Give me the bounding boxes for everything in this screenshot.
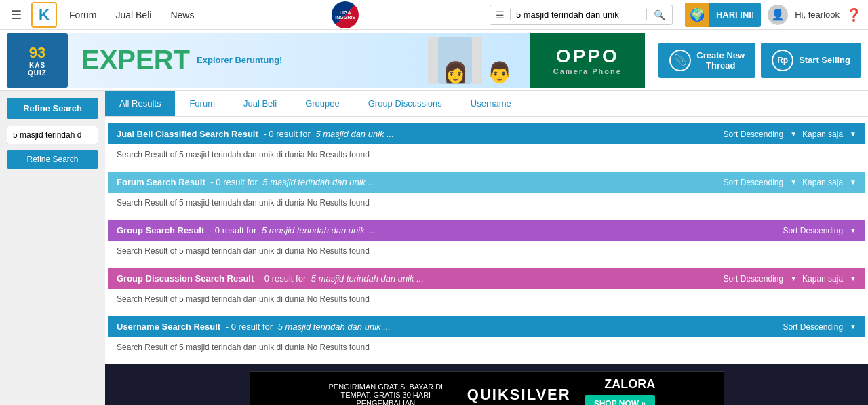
sort-group-dropdown[interactable]: ▼ — [850, 227, 856, 234]
shop-now-button[interactable]: SHOP NOW » — [585, 395, 655, 405]
nav-forum-link[interactable]: Forum — [62, 9, 103, 20]
tab-username[interactable]: Username — [456, 91, 526, 116]
search-tabs: All Results Forum Jual Beli Groupee Grou… — [105, 91, 868, 117]
result-group-body: Search Result of 5 masjid terindah dan u… — [108, 241, 865, 261]
sort-label: Sort Descending — [723, 130, 783, 139]
tab-forum[interactable]: Forum — [175, 91, 229, 116]
sort-descending-dropdown[interactable]: ▼ — [790, 130, 797, 138]
kapan-saja-dropdown[interactable]: ▼ — [850, 130, 856, 138]
result-group-header: Group Search Result - 0 result for 5 mas… — [108, 220, 865, 241]
result-group-discussion-body: Search Result of 5 masjid terindah dan u… — [108, 289, 865, 309]
result-username: Username Search Result - 0 result for 5 … — [108, 316, 865, 358]
sort-forum-dropdown[interactable]: ▼ — [790, 178, 797, 186]
result-forum-body: Search Result of 5 masjid terindah dan u… — [108, 193, 865, 213]
help-icon[interactable]: ❓ — [846, 7, 861, 22]
result-group-discussion-title: Group Discussion Search Result — [117, 273, 254, 284]
sidebar-search-input[interactable] — [7, 126, 98, 144]
hari-ini-label: HARI INI! — [709, 9, 761, 20]
sidebar-refine-button[interactable]: Refine Search — [7, 150, 98, 169]
kas-quiz-banner[interactable]: 93 KAS QUIZ — [7, 33, 68, 88]
nav-right-area: 🌍 HARI INI! 👤 Hi, fearlook ❓ — [685, 3, 861, 27]
search-area: Refine Search Refine Search All Results … — [0, 91, 868, 405]
search-bar: ☰ 🔍 — [490, 5, 673, 25]
result-group-discussion: Group Discussion Search Result - 0 resul… — [108, 268, 865, 309]
result-forum-header: Forum Search Result - 0 result for 5 mas… — [108, 172, 865, 193]
main-content: All Results Forum Jual Beli Groupee Grou… — [105, 91, 868, 405]
result-jual-beli-header: Jual Beli Classified Search Result - 0 r… — [108, 123, 865, 144]
hamburger-menu-icon[interactable]: ☰ — [7, 5, 26, 25]
nav-jual-beli-link[interactable]: Jual Beli — [108, 9, 158, 20]
sort-group-disc-dropdown[interactable]: ▼ — [790, 275, 797, 282]
paperclip-icon: 📎 — [669, 50, 691, 71]
kapan-label: Kapan saja — [802, 130, 843, 139]
kapan-label: Kapan saja — [802, 274, 843, 284]
sort-label: Sort Descending — [783, 226, 843, 235]
result-jual-beli: Jual Beli Classified Search Result - 0 r… — [108, 123, 865, 165]
expert-banner[interactable]: EXPERT Explorer Beruntung! 👩 👨 — [68, 33, 530, 88]
search-menu-icon[interactable]: ☰ — [490, 9, 511, 20]
delivery-text: PENGIRIMAN GRATIS. BAYAR DI TEMPAT. GRAT… — [318, 383, 454, 405]
kapan-group-disc-dropdown[interactable]: ▼ — [850, 275, 856, 282]
tab-group-discussions[interactable]: Group Discussions — [354, 91, 456, 116]
quiksilver-label: QUIKSILVER — [467, 386, 571, 404]
results-container: Jual Beli Classified Search Result - 0 r… — [105, 123, 868, 358]
nav-news-link[interactable]: News — [163, 9, 201, 20]
tab-groupee[interactable]: Groupee — [291, 91, 354, 116]
banner-actions: 📎 Create NewThread Rp Start Selling — [658, 43, 861, 78]
sort-username-dropdown[interactable]: ▼ — [850, 323, 856, 330]
result-group: Group Search Result - 0 result for 5 mas… — [108, 220, 865, 261]
start-selling-button[interactable]: Rp Start Selling — [761, 43, 861, 78]
result-group-discussion-header: Group Discussion Search Result - 0 resul… — [108, 268, 865, 289]
site-logo[interactable]: K — [31, 2, 57, 28]
tab-jual-beli[interactable]: Jual Beli — [229, 91, 291, 116]
refine-search-top-button[interactable]: Refine Search — [7, 98, 98, 119]
result-forum-title: Forum Search Result — [117, 177, 205, 187]
liga-inggris-logo[interactable]: LIGAINGGRIS — [332, 1, 359, 28]
kapan-label: Kapan saja — [802, 178, 843, 187]
banner: 93 KAS QUIZ EXPERT Explorer Beruntung! 👩… — [0, 30, 868, 91]
result-group-title: Group Search Result — [117, 225, 204, 235]
sidebar: Refine Search Refine Search — [0, 91, 105, 405]
bottom-advertisement: PENGIRIMAN GRATIS. BAYAR DI TEMPAT. GRAT… — [105, 364, 868, 405]
result-username-body: Search Result of 5 masjid terindah dan u… — [108, 337, 865, 358]
result-forum: Forum Search Result - 0 result for 5 mas… — [108, 172, 865, 213]
oppo-banner[interactable]: OPPO Camera Phone — [530, 33, 645, 88]
result-username-header: Username Search Result - 0 result for 5 … — [108, 316, 865, 337]
search-input[interactable] — [511, 9, 646, 20]
sort-label: Sort Descending — [783, 322, 843, 332]
sort-label: Sort Descending — [723, 178, 783, 187]
bottom-banner-inner: PENGIRIMAN GRATIS. BAYAR DI TEMPAT. GRAT… — [250, 371, 724, 405]
user-avatar: 👤 — [768, 5, 788, 25]
tab-all-results[interactable]: All Results — [105, 91, 175, 116]
search-button[interactable]: 🔍 — [646, 9, 672, 20]
hari-ini-button[interactable]: 🌍 HARI INI! — [685, 3, 761, 27]
rupiah-icon: Rp — [772, 50, 793, 71]
result-jual-beli-body: Search Result of 5 masjid terindah dan u… — [108, 144, 865, 165]
result-jual-beli-title: Jual Beli Classified Search Result — [117, 129, 258, 139]
kapan-forum-dropdown[interactable]: ▼ — [850, 178, 856, 186]
create-new-thread-button[interactable]: 📎 Create NewThread — [658, 43, 755, 78]
sort-label: Sort Descending — [723, 274, 783, 284]
result-username-title: Username Search Result — [117, 322, 220, 332]
navbar: ☰ K Forum Jual Beli News LIGAINGGRIS ☰ 🔍… — [0, 0, 868, 30]
username-label[interactable]: Hi, fearlook — [795, 9, 840, 20]
zalora-label: ZALORA — [604, 377, 655, 391]
